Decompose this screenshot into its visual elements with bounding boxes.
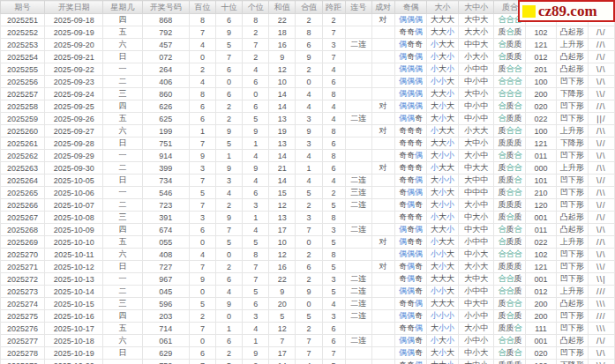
cell-issue[interactable]: 2025262 bbox=[1, 150, 45, 162]
cell-number[interactable]: 546 bbox=[142, 187, 189, 199]
cell-number[interactable]: 626 bbox=[142, 100, 189, 113]
cell-number[interactable]: 199 bbox=[142, 125, 189, 137]
cell-issue[interactable]: 2025263 bbox=[1, 162, 45, 175]
cell-issue[interactable]: 2025271 bbox=[1, 261, 45, 273]
cell-sum-tail: 0 bbox=[296, 76, 322, 88]
table-row: 20252682025-10-09四6746741773二连偶奇偶大大小中大中合… bbox=[1, 224, 615, 236]
cell-number[interactable]: 061 bbox=[142, 335, 189, 347]
cell-number[interactable]: 727 bbox=[142, 261, 189, 273]
cell-weekday: 二 bbox=[103, 76, 142, 88]
cell-number[interactable]: 055 bbox=[142, 236, 189, 249]
cell-parity: 奇奇奇 bbox=[394, 162, 426, 175]
cell-size3: 小中小 bbox=[459, 335, 494, 347]
cell-issue[interactable]: 2025254 bbox=[1, 51, 45, 63]
cell-hundreds: 6 bbox=[189, 100, 215, 113]
cell-weekday: 一 bbox=[103, 63, 142, 76]
cell-sum: 14 bbox=[269, 88, 296, 100]
cell-size: 小大小 bbox=[427, 335, 459, 347]
cell-number[interactable]: 967 bbox=[142, 273, 189, 286]
cell-issue[interactable]: 2025278 bbox=[1, 347, 45, 360]
cell-span: 2 bbox=[322, 14, 345, 26]
cell-units: 9 bbox=[243, 347, 269, 360]
cell-number[interactable]: 406 bbox=[142, 76, 189, 88]
cell-span: 8 bbox=[322, 249, 345, 261]
cell-units: 4 bbox=[243, 323, 269, 335]
cell-shape: 凸起形 bbox=[556, 298, 588, 310]
cell-issue[interactable]: 2025266 bbox=[1, 199, 45, 212]
cell-pair bbox=[371, 323, 394, 335]
cell-number[interactable]: 868 bbox=[142, 14, 189, 26]
cell-prime: 合质质 bbox=[494, 113, 526, 125]
cell-number[interactable]: 596 bbox=[142, 298, 189, 310]
site-logo[interactable]: cz89.com bbox=[518, 0, 615, 22]
cell-number[interactable]: 674 bbox=[142, 224, 189, 236]
cell-issue[interactable]: 2025260 bbox=[1, 125, 45, 137]
header-tens: 十位 bbox=[216, 1, 243, 14]
cell-units: 8 bbox=[243, 249, 269, 261]
cell-issue[interactable]: 2025273 bbox=[1, 286, 45, 298]
cell-number[interactable]: 072 bbox=[142, 51, 189, 63]
cell-issue[interactable]: 2025255 bbox=[1, 63, 45, 76]
cell-issue[interactable]: 2025265 bbox=[1, 187, 45, 199]
cell-number[interactable]: 045 bbox=[142, 286, 189, 298]
cell-tens: 2 bbox=[216, 113, 243, 125]
cell-issue[interactable]: 2025252 bbox=[1, 26, 45, 39]
cell-issue[interactable]: 2025261 bbox=[1, 137, 45, 150]
cell-date: 2025-09-29 bbox=[45, 150, 103, 162]
cell-issue[interactable]: 2025251 bbox=[1, 14, 45, 26]
cell-issue[interactable]: 2025258 bbox=[1, 100, 45, 113]
cell-trend: \\\ bbox=[588, 298, 614, 310]
cell-number[interactable]: 914 bbox=[142, 150, 189, 162]
cell-number[interactable]: 629 bbox=[142, 347, 189, 360]
cell-issue[interactable]: 2025270 bbox=[1, 249, 45, 261]
cell-route012: 022 bbox=[526, 113, 556, 125]
cell-number[interactable]: 625 bbox=[142, 113, 189, 125]
cell-number[interactable]: 399 bbox=[142, 162, 189, 175]
table-row: 20252742025-10-15三5965962004二连奇奇偶大大大中大中质… bbox=[1, 298, 615, 310]
cell-issue[interactable]: 2025279 bbox=[1, 360, 45, 364]
cell-sum-tail: 9 bbox=[296, 51, 322, 63]
cell-number[interactable]: 734 bbox=[142, 175, 189, 187]
cell-parity: 偶奇奇 bbox=[394, 236, 426, 249]
cell-shape: 上升形 bbox=[556, 39, 588, 51]
cell-sum: 22 bbox=[269, 273, 296, 286]
cell-issue[interactable]: 2025274 bbox=[1, 298, 45, 310]
cell-number[interactable]: 391 bbox=[142, 212, 189, 224]
cell-route012: 121 bbox=[526, 261, 556, 273]
cell-consecutive: 二连 bbox=[345, 224, 371, 236]
cell-prime: 合质合 bbox=[494, 150, 526, 162]
cell-number[interactable]: 203 bbox=[142, 310, 189, 323]
cell-issue[interactable]: 2025275 bbox=[1, 310, 45, 323]
cell-units: 6 bbox=[243, 100, 269, 113]
cell-issue[interactable]: 2025253 bbox=[1, 39, 45, 51]
cell-number[interactable]: 751 bbox=[142, 137, 189, 150]
cell-date: 2025-10-08 bbox=[45, 212, 103, 224]
cell-prime: 合质质 bbox=[494, 51, 526, 63]
cell-number[interactable]: 457 bbox=[142, 39, 189, 51]
cell-issue[interactable]: 2025264 bbox=[1, 175, 45, 187]
cell-issue[interactable]: 2025277 bbox=[1, 335, 45, 347]
cell-number[interactable]: 792 bbox=[142, 26, 189, 39]
cell-issue[interactable]: 2025267 bbox=[1, 212, 45, 224]
cell-issue[interactable]: 2025256 bbox=[1, 76, 45, 88]
cell-tens: 6 bbox=[216, 273, 243, 286]
cell-weekday: 一 bbox=[103, 360, 142, 364]
cell-number[interactable]: 752 bbox=[142, 360, 189, 364]
cell-number[interactable]: 714 bbox=[142, 323, 189, 335]
cell-issue[interactable]: 2025259 bbox=[1, 113, 45, 125]
cell-issue[interactable]: 2025272 bbox=[1, 273, 45, 286]
cell-number[interactable]: 408 bbox=[142, 249, 189, 261]
logo-text: cz89.com bbox=[538, 4, 597, 19]
cell-number[interactable]: 723 bbox=[142, 199, 189, 212]
cell-size: 大小大 bbox=[427, 100, 459, 113]
cell-issue[interactable]: 2025268 bbox=[1, 224, 45, 236]
cell-consecutive bbox=[345, 26, 371, 39]
cell-units: 1 bbox=[243, 335, 269, 347]
cell-parity: 奇奇偶 bbox=[394, 175, 426, 187]
cell-number[interactable]: 860 bbox=[142, 88, 189, 100]
cell-span: 4 bbox=[322, 298, 345, 310]
cell-issue[interactable]: 2025269 bbox=[1, 236, 45, 249]
cell-number[interactable]: 264 bbox=[142, 63, 189, 76]
cell-issue[interactable]: 2025276 bbox=[1, 323, 45, 335]
cell-issue[interactable]: 2025257 bbox=[1, 88, 45, 100]
